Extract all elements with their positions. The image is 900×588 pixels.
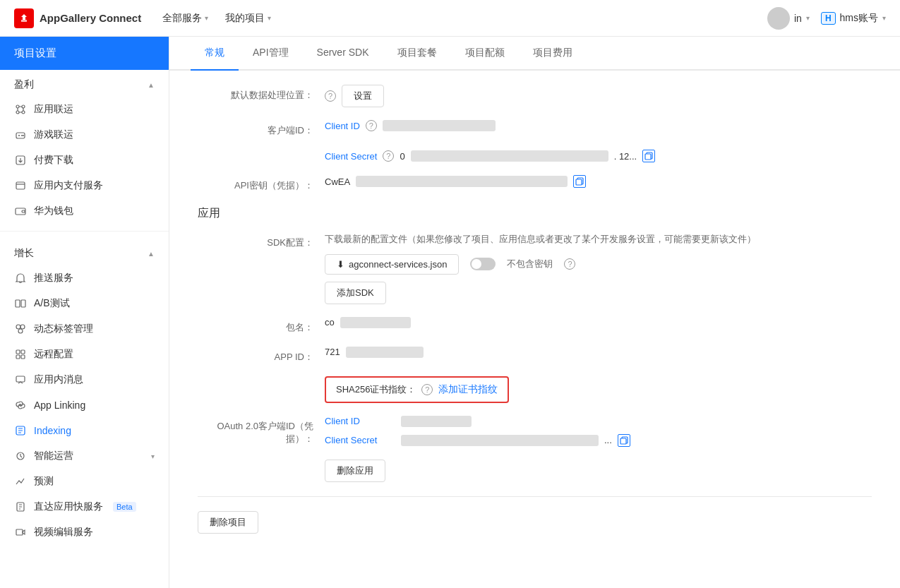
app-id-row: APP ID： 721 (198, 347, 872, 364)
svg-point-13 (16, 325, 20, 329)
svg-rect-19 (21, 355, 25, 359)
sidebar-item-app-linking[interactable]: App Linking (0, 392, 169, 418)
sidebar-item-predict[interactable]: 预测 (0, 469, 169, 494)
tab-server-sdk[interactable]: Server SDK (303, 37, 383, 71)
no-secret-toggle[interactable] (470, 258, 496, 270)
sidebar-item-in-app-msg[interactable]: 应用内消息 (0, 367, 169, 392)
sidebar-item-push[interactable]: 推送服务 (0, 265, 169, 291)
tab-project-package[interactable]: 项目套餐 (383, 37, 451, 71)
hms-badge: H (821, 12, 836, 25)
main-layout: 项目设置 盈利 ▲ 应用联运 游戏联运 (0, 37, 900, 588)
help-icon[interactable]: ? (421, 384, 433, 395)
data-location-value: ? 设置 (325, 85, 872, 107)
oauth-client-secret-row: Client Secret ... (325, 434, 630, 447)
add-sdk-button[interactable]: 添加SDK (325, 282, 386, 304)
download-sdk-button[interactable]: ⬇ agconnect-services.json (325, 254, 459, 275)
sidebar-item-game-union[interactable]: 游戏联运 (0, 122, 169, 148)
tab-api-mgmt[interactable]: API管理 (239, 37, 303, 71)
app-id-value: 721 (325, 347, 872, 358)
sidebar-item-label: 远程配置 (34, 348, 73, 361)
sidebar-item-label: 视频编辑服务 (34, 526, 93, 539)
svg-rect-26 (645, 154, 651, 160)
svg-rect-10 (16, 208, 25, 215)
client-id-blurred (383, 120, 496, 131)
client-id-text: Client ID (325, 121, 360, 131)
sidebar-header: 项目设置 (0, 37, 169, 70)
sidebar-item-label: 智能运营 (34, 450, 73, 462)
sdk-config-label: SDK配置： (198, 232, 325, 249)
help-icon[interactable]: ? (325, 90, 336, 102)
sidebar-group-growth-title[interactable]: 增长 ▲ (0, 239, 169, 265)
nav-menu: 全部服务 ▾ 我的项目 ▾ (162, 12, 746, 25)
delete-project-button[interactable]: 删除项目 (198, 511, 258, 534)
package-name-row: 包名： co (198, 317, 872, 334)
main-content: 常规 API管理 Server SDK 项目套餐 项目配额 项目费用 默认数据处… (169, 37, 900, 588)
sidebar-item-quick-app[interactable]: 直达应用快服务 Beta (0, 494, 169, 520)
oauth-client-secret-blurred (401, 435, 599, 446)
chevron-up-icon: ▲ (148, 250, 155, 258)
tab-bar: 常规 API管理 Server SDK 项目套餐 项目配额 项目费用 (169, 37, 900, 71)
app-id-prefix: 721 (325, 347, 340, 357)
chevron-down-icon: ▾ (268, 14, 271, 22)
svg-point-1 (16, 105, 19, 108)
sidebar-item-smart-ops[interactable]: 智能运营 ▾ (0, 443, 169, 469)
user-name: in (794, 13, 802, 24)
hms-account[interactable]: H hms账号 ▾ (821, 12, 886, 25)
hms-label: hms账号 (840, 12, 878, 25)
tab-general[interactable]: 常规 (191, 37, 239, 71)
oauth-client-id-label: Client ID (325, 416, 395, 426)
svg-rect-18 (16, 355, 20, 359)
sha-highlight-box: SHA256证书指纹： ? 添加证书指纹 (325, 376, 509, 403)
sidebar-group-monetize-title[interactable]: 盈利 ▲ (0, 70, 169, 97)
copy-icon[interactable] (642, 150, 655, 162)
svg-rect-17 (21, 350, 25, 354)
sdk-config-row: SDK配置： 下载最新的配置文件（如果您修改了项目、应用信息或者更改了某个开发服… (198, 232, 872, 304)
svg-rect-27 (576, 179, 582, 185)
delete-app-button[interactable]: 删除应用 (325, 460, 385, 482)
nav-all-services[interactable]: 全部服务 ▾ (162, 12, 208, 25)
sidebar-item-video-edit[interactable]: 视频编辑服务 (0, 520, 169, 545)
sidebar: 项目设置 盈利 ▲ 应用联运 游戏联运 (0, 37, 169, 588)
client-id-label: 客户端ID： (198, 120, 325, 137)
smart-ops-icon (14, 450, 27, 462)
sidebar-item-remote-config[interactable]: 远程配置 (0, 342, 169, 367)
tab-project-cost[interactable]: 项目费用 (519, 37, 587, 71)
tab-project-quota[interactable]: 项目配额 (451, 37, 519, 71)
content-area: 默认数据处理位置： ? 设置 客户端ID： Client ID ? (169, 71, 900, 562)
push-icon (14, 272, 27, 284)
sidebar-item-indexing[interactable]: Indexing (0, 418, 169, 443)
sidebar-item-label: 推送服务 (34, 272, 73, 284)
copy-icon[interactable] (573, 175, 586, 188)
sidebar-item-label: 应用内消息 (34, 373, 83, 386)
sidebar-item-tag-mgmt[interactable]: 动态标签管理 (0, 316, 169, 342)
sidebar-item-in-app-payment[interactable]: 应用内支付服务 (0, 173, 169, 198)
delete-app-value: 删除应用 (325, 460, 872, 482)
download-icon: ⬇ (337, 259, 344, 270)
sidebar-item-label: 动态标签管理 (34, 323, 93, 335)
api-key-row: API密钥（凭据）： CwEA (198, 175, 872, 192)
sidebar-item-app-union[interactable]: 应用联运 (0, 97, 169, 122)
svg-point-2 (22, 105, 25, 108)
sidebar-item-label: 应用联运 (34, 103, 73, 116)
package-name-blurred (340, 317, 411, 328)
add-fingerprint-link[interactable]: 添加证书指纹 (438, 383, 498, 396)
sha-label-text: SHA256证书指纹： (336, 383, 416, 396)
set-data-location-button[interactable]: 设置 (342, 85, 384, 107)
in-app-msg-icon (14, 373, 27, 386)
svg-point-4 (22, 111, 25, 114)
nav-user-account[interactable]: in ▾ (767, 7, 810, 30)
help-icon[interactable]: ? (366, 120, 377, 131)
sdk-config-desc: 下载最新的配置文件（如果您修改了项目、应用信息或者更改了某个开发服务设置，可能需… (325, 232, 756, 247)
sidebar-item-ab-test[interactable]: A/B测试 (0, 291, 169, 316)
logo[interactable]: AppGallery Connect (14, 8, 141, 28)
sidebar-item-paid-download[interactable]: 付费下载 (0, 148, 169, 173)
copy-icon[interactable] (618, 434, 630, 447)
help-icon[interactable]: ? (383, 150, 394, 162)
help-icon[interactable]: ? (564, 258, 575, 270)
sdk-download-row: ⬇ agconnect-services.json 不包含密钥 ? (325, 254, 575, 275)
nav-my-projects[interactable]: 我的项目 ▾ (225, 12, 271, 25)
sidebar-item-label: 华为钱包 (34, 205, 73, 217)
client-secret-suffix: . 12... (614, 151, 637, 162)
data-location-label: 默认数据处理位置： (198, 85, 325, 102)
sidebar-item-huawei-wallet[interactable]: 华为钱包 (0, 198, 169, 224)
